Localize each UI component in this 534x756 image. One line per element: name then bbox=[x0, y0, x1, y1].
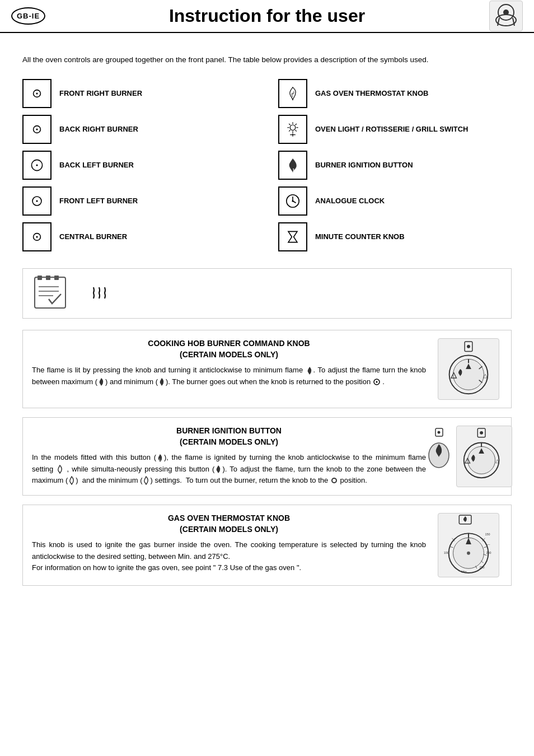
front-left-burner-label: FRONT LEFT BURNER bbox=[59, 197, 138, 206]
svg-point-83 bbox=[467, 552, 470, 555]
ignition-label: BURNER IGNITION BUTTON bbox=[315, 161, 413, 170]
gas-oven-title: GAS OVEN THERMOSTAT KNOB(CERTAIN MODELS … bbox=[32, 513, 426, 535]
svg-text:△: △ bbox=[450, 371, 457, 379]
clock-icon bbox=[278, 186, 307, 216]
cooking-hob-section: COOKING HOB BURNER COMMAND KNOB(CERTAIN … bbox=[22, 330, 512, 408]
svg-line-20 bbox=[289, 124, 290, 125]
country-logo: GB-IE bbox=[11, 7, 45, 25]
svg-line-72 bbox=[481, 561, 484, 563]
section-divider-banner bbox=[22, 268, 512, 319]
svg-text:1: 1 bbox=[292, 167, 295, 172]
symbol-counter: MINUTE COUNTER KNOB bbox=[278, 222, 512, 251]
back-left-burner-label: BACK LEFT BURNER bbox=[59, 161, 134, 170]
symbol-thermostat: GAS OVEN THERMOSTAT KNOB bbox=[278, 79, 512, 108]
symbol-central: CENTRAL BURNER bbox=[22, 222, 256, 251]
svg-line-75 bbox=[450, 547, 453, 548]
central-burner-icon bbox=[22, 222, 51, 251]
svg-text:100: 100 bbox=[444, 551, 449, 554]
svg-line-22 bbox=[295, 124, 296, 125]
gas-oven-section: GAS OVEN THERMOSTAT KNOB(CERTAIN MODELS … bbox=[22, 505, 512, 586]
svg-point-40 bbox=[376, 381, 377, 383]
cooking-hob-image: △ △ bbox=[435, 338, 502, 400]
symbol-oven-light: OVEN LIGHT / ROTISSERIE / GRILL SWITCH bbox=[278, 115, 512, 144]
gas-oven-body: This knob is used to ignite the gas burn… bbox=[32, 539, 426, 573]
symbol-front-left: FRONT LEFT BURNER bbox=[22, 186, 256, 216]
svg-rect-33 bbox=[38, 276, 42, 280]
counter-label: MINUTE COUNTER KNOB bbox=[315, 232, 405, 242]
back-left-burner-icon bbox=[22, 151, 51, 180]
burner-ignition-text: BURNER IGNITION BUTTON(CERTAIN MODELS ON… bbox=[32, 426, 426, 487]
svg-line-23 bbox=[289, 130, 290, 131]
burner-ignition-knob-diagram: △ △ bbox=[456, 426, 512, 487]
front-right-burner-icon bbox=[22, 79, 51, 108]
clock-label: ANALOGUE CLOCK bbox=[315, 197, 385, 206]
symbol-ignition: 1 BURNER IGNITION BUTTON bbox=[278, 151, 512, 180]
oven-light-label: OVEN LIGHT / ROTISSERIE / GRILL SWITCH bbox=[315, 125, 469, 134]
svg-point-4 bbox=[503, 10, 509, 15]
svg-point-53 bbox=[332, 479, 336, 482]
gas-oven-knob-diagram: — 150 200 250 100 Min bbox=[438, 513, 499, 577]
svg-text:250: 250 bbox=[480, 566, 485, 569]
page-title: Instruction for the user bbox=[169, 6, 365, 26]
svg-text:△: △ bbox=[495, 458, 499, 464]
cooking-hob-title: COOKING HOB BURNER COMMAND KNOB(CERTAIN … bbox=[32, 338, 426, 360]
burner-ignition-image: △ △ bbox=[435, 426, 502, 487]
gas-oven-text: GAS OVEN THERMOSTAT KNOB(CERTAIN MODELS … bbox=[32, 513, 426, 577]
svg-point-10 bbox=[36, 165, 38, 166]
thermostat-label: GAS OVEN THERMOSTAT KNOB bbox=[315, 89, 428, 99]
intro-paragraph: All the oven controls are grouped togeth… bbox=[22, 54, 512, 66]
svg-text:200: 200 bbox=[486, 551, 491, 554]
burner-ignition-body: In the models fitted with this button (1… bbox=[32, 452, 426, 486]
svg-text:150: 150 bbox=[485, 533, 490, 536]
svg-point-30 bbox=[292, 200, 293, 202]
svg-text:△: △ bbox=[464, 456, 471, 464]
symbol-back-left: BACK LEFT BURNER bbox=[22, 151, 256, 180]
main-content: All the oven controls are grouped togeth… bbox=[0, 33, 534, 606]
oven-light-icon bbox=[278, 115, 307, 144]
svg-point-42 bbox=[467, 345, 470, 348]
ignition-button-visual bbox=[425, 426, 453, 470]
svg-marker-31 bbox=[288, 232, 297, 242]
symbol-front-right: FRONT RIGHT BURNER bbox=[22, 79, 256, 108]
svg-point-15 bbox=[290, 125, 296, 130]
central-burner-label: CENTRAL BURNER bbox=[59, 232, 127, 242]
svg-text:△: △ bbox=[484, 372, 488, 379]
notepad-icon bbox=[32, 274, 71, 312]
svg-point-12 bbox=[36, 200, 38, 202]
back-right-burner-icon bbox=[22, 115, 51, 144]
cooking-hob-knob-diagram: △ △ bbox=[438, 338, 499, 400]
ignition-icon: 1 bbox=[278, 151, 307, 180]
svg-point-14 bbox=[36, 236, 38, 238]
svg-point-55 bbox=[437, 431, 440, 433]
burner-ignition-section: BURNER IGNITION BUTTON(CERTAIN MODELS ON… bbox=[22, 417, 512, 496]
svg-point-6 bbox=[36, 93, 38, 95]
brand-logo bbox=[489, 1, 523, 31]
gas-oven-image: — 150 200 250 100 Min bbox=[435, 513, 502, 577]
back-right-burner-label: BACK RIGHT BURNER bbox=[59, 125, 138, 134]
counter-icon bbox=[278, 222, 307, 251]
svg-rect-32 bbox=[35, 277, 65, 308]
front-left-burner-icon bbox=[22, 186, 51, 216]
cooking-hob-text: COOKING HOB BURNER COMMAND KNOB(CERTAIN … bbox=[32, 338, 426, 400]
svg-text:—: — bbox=[486, 543, 490, 546]
symbol-back-right: BACK RIGHT BURNER bbox=[22, 115, 256, 144]
svg-line-21 bbox=[295, 130, 296, 131]
svg-point-58 bbox=[480, 431, 483, 435]
burner-ignition-title: BURNER IGNITION BUTTON(CERTAIN MODELS ON… bbox=[32, 426, 426, 447]
svg-text:Min: Min bbox=[461, 570, 466, 573]
symbols-left-col: FRONT RIGHT BURNER BACK RIGHT BURNER bbox=[22, 79, 256, 251]
symbols-table: FRONT RIGHT BURNER BACK RIGHT BURNER bbox=[22, 79, 512, 251]
page-header: GB-IE Instruction for the user bbox=[0, 0, 534, 33]
svg-line-70 bbox=[484, 547, 487, 548]
thermostat-icon bbox=[278, 79, 307, 108]
flame-heat-icon bbox=[88, 282, 110, 306]
symbol-clock: ANALOGUE CLOCK bbox=[278, 186, 512, 216]
symbols-right-col: GAS OVEN THERMOSTAT KNOB bbox=[278, 79, 512, 251]
svg-rect-35 bbox=[54, 276, 59, 280]
svg-rect-34 bbox=[46, 276, 50, 280]
cooking-hob-body: The flame is lit by pressing the knob an… bbox=[32, 365, 426, 387]
front-right-burner-label: FRONT RIGHT BURNER bbox=[59, 89, 142, 99]
svg-point-8 bbox=[36, 129, 38, 130]
